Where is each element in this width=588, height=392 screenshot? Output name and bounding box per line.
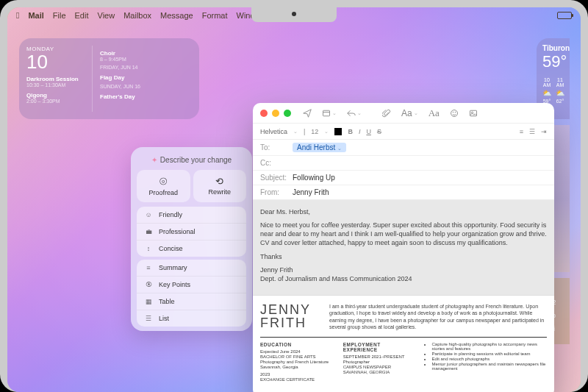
list-icon: ☰ xyxy=(144,315,153,322)
svg-rect-0 xyxy=(323,110,330,116)
message-headers: To:Andi Herbst ⌄ Cc: Subject:Following U… xyxy=(253,140,554,200)
format-keypoints[interactable]: ⦿Key Points xyxy=(137,277,246,293)
to-label: To: xyxy=(260,143,293,152)
table-icon: ▦ xyxy=(144,298,153,305)
svg-point-1 xyxy=(451,110,457,117)
svg-point-3 xyxy=(455,112,456,113)
format-table[interactable]: ▦Table xyxy=(137,293,246,310)
weather-icon: ⛅ xyxy=(556,89,564,97)
laptop-bezel:  Mail File Edit View Mailbox Message Fo… xyxy=(0,0,588,392)
from-field[interactable]: Jenny Frith xyxy=(293,188,329,196)
send-button[interactable] xyxy=(303,108,312,118)
rewrite-icon: ⟲ xyxy=(196,176,244,187)
header-fields-button[interactable]: ⌄ xyxy=(322,109,337,118)
notch xyxy=(251,7,337,22)
calendar-widget[interactable]: MONDAY 10 Darkroom Session10:30 – 11:30A… xyxy=(19,38,199,119)
sparkle-icon: ✦ xyxy=(151,156,157,164)
text-style-button[interactable]: Aa xyxy=(429,107,440,119)
font-select[interactable]: Helvetica xyxy=(260,128,287,135)
format-list[interactable]: ☰List xyxy=(137,310,246,327)
app-menu[interactable]: Mail xyxy=(28,11,43,20)
size-select[interactable]: 12 xyxy=(311,128,318,135)
calendar-date: 10 xyxy=(26,52,86,71)
rewrite-button[interactable]: ⟲Rewrite xyxy=(193,170,247,202)
apple-menu-icon[interactable]:  xyxy=(16,10,19,21)
selected-text[interactable]: Dear Ms. Herbst, Nice to meet you for co… xyxy=(253,200,554,295)
svg-rect-4 xyxy=(470,111,476,117)
bold-button[interactable]: B xyxy=(348,128,353,135)
recipient-token[interactable]: Andi Herbst ⌄ xyxy=(293,143,346,152)
cc-label: Cc: xyxy=(260,159,293,167)
resume-bio: I am a third-year student undergraduate … xyxy=(329,303,547,331)
align-button[interactable]: ≡ xyxy=(520,128,523,135)
compose-window: ⌄ ⌄ Aa⌄ Aa Helvetica⌄ | 12⌄ B I U S ≡ ☰ … xyxy=(253,103,554,392)
proofread-button[interactable]: ⦾Proofread xyxy=(137,170,190,202)
format-summary[interactable]: ≡Summary xyxy=(137,260,246,277)
svg-point-2 xyxy=(453,112,453,113)
color-swatch[interactable] xyxy=(334,128,342,135)
emoji-button[interactable] xyxy=(450,108,459,118)
resume-name: JENNYFRITH xyxy=(260,303,319,331)
list-button[interactable]: ☰ xyxy=(529,128,535,135)
subject-label: Subject: xyxy=(260,174,293,182)
smile-icon: ☺ xyxy=(144,211,153,218)
photo-browser-button[interactable] xyxy=(469,108,478,118)
writing-tools-header[interactable]: ✦Describe your change xyxy=(134,150,249,170)
briefcase-icon: 💼︎ xyxy=(144,228,153,235)
menu-mailbox[interactable]: Mailbox xyxy=(123,11,151,20)
format-button[interactable]: Aa⌄ xyxy=(401,108,418,118)
magnify-check-icon: ⦾ xyxy=(140,176,187,188)
subject-field[interactable]: Following Up xyxy=(293,174,335,182)
weather-location: Tiburon xyxy=(542,44,564,52)
from-label: From: xyxy=(260,188,293,196)
compress-icon: ↕ xyxy=(144,245,153,252)
weather-temp: 59° xyxy=(542,52,564,71)
zoom-button[interactable] xyxy=(284,110,291,117)
writing-tools-panel: ✦Describe your change ⦾Proofread ⟲Rewrit… xyxy=(131,147,252,331)
summary-icon: ≡ xyxy=(144,264,153,271)
titlebar[interactable]: ⌄ ⌄ Aa⌄ Aa xyxy=(253,103,554,124)
underline-button[interactable]: U xyxy=(366,128,371,135)
desktop:  Mail File Edit View Mailbox Message Fo… xyxy=(7,7,581,392)
menu-format[interactable]: Format xyxy=(202,11,228,20)
resume-attachment: JENNYFRITH I am a third-year student und… xyxy=(253,295,554,390)
strike-button[interactable]: S xyxy=(377,128,381,135)
calendar-day-label: MONDAY xyxy=(26,46,86,52)
menu-edit[interactable]: Edit xyxy=(75,11,89,20)
battery-icon[interactable] xyxy=(557,12,572,19)
menu-message[interactable]: Message xyxy=(160,11,193,20)
menu-file[interactable]: File xyxy=(53,11,66,20)
tone-professional[interactable]: 💼︎Professional xyxy=(137,224,246,240)
minimize-button[interactable] xyxy=(272,110,279,117)
italic-button[interactable]: I xyxy=(359,128,361,135)
tone-concise[interactable]: ↕Concise xyxy=(137,240,246,257)
menu-view[interactable]: View xyxy=(98,11,115,20)
close-button[interactable] xyxy=(260,110,268,117)
tone-friendly[interactable]: ☺Friendly xyxy=(137,207,246,224)
message-body[interactable]: Dear Ms. Herbst, Nice to meet you for co… xyxy=(253,200,554,392)
attach-button[interactable] xyxy=(382,108,391,118)
weather-icon: ⛅ xyxy=(542,89,551,97)
reply-button[interactable]: ⌄ xyxy=(347,109,362,118)
keypoints-icon: ⦿ xyxy=(144,281,153,288)
format-bar: Helvetica⌄ | 12⌄ B I U S ≡ ☰ ⇥ xyxy=(253,124,554,140)
indent-button[interactable]: ⇥ xyxy=(541,128,547,135)
